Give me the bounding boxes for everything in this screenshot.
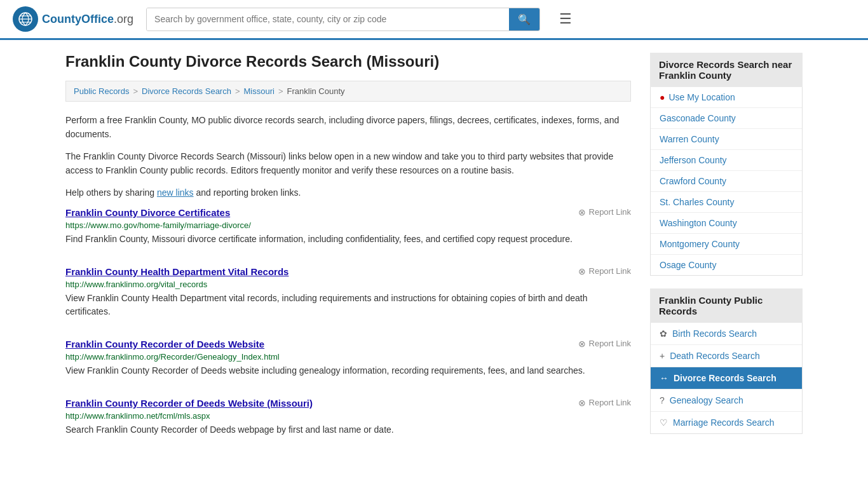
record-desc-0: Find Franklin County, Missouri divorce c… xyxy=(65,233,631,246)
sidebar-record-item: ? Genealogy Search xyxy=(651,390,802,412)
report-label-2: Report Link xyxy=(589,339,631,348)
report-link-0[interactable]: ⊗ Report Link xyxy=(578,207,631,217)
description-1: Perform a free Franklin County, MO publi… xyxy=(65,113,631,142)
sidebar-record-link-2[interactable]: Divorce Records Search xyxy=(674,373,776,383)
record-desc-2: View Franklin County Recorder of Deeds w… xyxy=(65,364,631,377)
record-list: Franklin County Divorce Certificates ⊗ R… xyxy=(65,207,631,442)
breadcrumb-missouri[interactable]: Missouri xyxy=(244,86,275,96)
list-item: St. Charles County xyxy=(651,192,802,213)
list-item: Crawford County xyxy=(651,171,802,192)
report-icon-3: ⊗ xyxy=(578,398,586,408)
gasconade-county-link[interactable]: Gasconade County xyxy=(660,113,736,123)
rec-icon-4: ♡ xyxy=(660,417,668,428)
search-button[interactable]: 🔍 xyxy=(509,8,539,30)
report-label-1: Report Link xyxy=(589,266,631,276)
record-entry-header: Franklin County Health Department Vital … xyxy=(65,266,631,277)
sidebar-nearby-title: Divorce Records Search near Franklin Cou… xyxy=(650,53,803,87)
osage-county-link[interactable]: Osage County xyxy=(660,260,717,270)
description-2: The Franklin County Divorce Records Sear… xyxy=(65,149,631,178)
washington-county-link[interactable]: Washington County xyxy=(660,218,737,228)
list-item: Jefferson County xyxy=(651,150,802,171)
report-link-1[interactable]: ⊗ Report Link xyxy=(578,266,631,276)
record-entry-header: Franklin County Divorce Certificates ⊗ R… xyxy=(65,207,631,218)
search-input[interactable] xyxy=(147,8,509,30)
record-title-0: Franklin County Divorce Certificates xyxy=(65,207,230,218)
record-url-3: http://www.franklinmo.net/fcml/mls.aspx xyxy=(65,411,631,421)
sidebar-record-item: + Death Records Search xyxy=(651,345,802,367)
record-entry-header: Franklin County Recorder of Deeds Websit… xyxy=(65,398,631,409)
logo-icon xyxy=(13,6,38,32)
sidebar-record-link-3[interactable]: Genealogy Search xyxy=(670,395,743,405)
menu-icon[interactable]: ☰ xyxy=(559,11,572,27)
logo-link[interactable]: CountyOffice.org xyxy=(13,6,133,32)
list-item: Montgomery County xyxy=(651,234,802,255)
breadcrumb-sep-2: > xyxy=(235,86,240,96)
sidebar-record-link-0[interactable]: Birth Records Search xyxy=(672,329,757,339)
rec-icon-2: ↔ xyxy=(660,373,668,383)
rec-icon-0: ✿ xyxy=(660,329,667,339)
record-title-1: Franklin County Health Department Vital … xyxy=(65,266,288,277)
sidebar-nearby-section: Divorce Records Search near Franklin Cou… xyxy=(650,53,803,276)
record-link-2[interactable]: Franklin County Recorder of Deeds Websit… xyxy=(65,339,264,349)
record-entry: Franklin County Divorce Certificates ⊗ R… xyxy=(65,207,631,251)
record-entry: Franklin County Health Department Vital … xyxy=(65,266,631,323)
record-title-2: Franklin County Recorder of Deeds Websit… xyxy=(65,339,264,349)
record-url-0: https://www.mo.gov/home-family/marriage-… xyxy=(65,220,631,230)
record-link-3[interactable]: Franklin County Recorder of Deeds Websit… xyxy=(65,398,313,409)
record-url-2: http://www.franklinmo.org/Recorder/Genea… xyxy=(65,352,631,362)
report-icon-1: ⊗ xyxy=(578,266,586,276)
breadcrumb-franklin-county: Franklin County xyxy=(287,86,345,96)
record-link-1[interactable]: Franklin County Health Department Vital … xyxy=(65,266,288,277)
list-item: Osage County xyxy=(651,255,802,275)
sidebar-record-link-4[interactable]: Marriage Records Search xyxy=(673,417,775,428)
sidebar-use-location[interactable]: ● Use My Location xyxy=(651,87,802,108)
report-link-2[interactable]: ⊗ Report Link xyxy=(578,339,631,349)
crawford-county-link[interactable]: Crawford County xyxy=(660,176,726,186)
breadcrumb-sep-1: > xyxy=(133,86,138,96)
breadcrumb: Public Records > Divorce Records Search … xyxy=(65,81,631,102)
report-label-0: Report Link xyxy=(589,207,631,217)
rec-icon-1: + xyxy=(660,351,665,361)
record-link-0[interactable]: Franklin County Divorce Certificates xyxy=(65,207,230,218)
report-link-3[interactable]: ⊗ Report Link xyxy=(578,398,631,408)
report-icon-2: ⊗ xyxy=(578,339,586,349)
record-url-1: http://www.franklinmo.org/vital_records xyxy=(65,280,631,289)
page-title: Franklin County Divorce Records Search (… xyxy=(65,53,631,71)
use-location-link[interactable]: Use My Location xyxy=(668,92,735,102)
record-entry: Franklin County Recorder of Deeds Websit… xyxy=(65,339,631,383)
record-entry-header: Franklin County Recorder of Deeds Websit… xyxy=(65,339,631,349)
record-desc-1: View Franklin County Health Department v… xyxy=(65,292,631,318)
sidebar-public-records-title: Franklin County Public Records xyxy=(650,288,803,323)
sidebar-nearby-list: ● Use My Location Gasconade County Warre… xyxy=(650,87,803,276)
sidebar-records-list: ✿ Birth Records Search + Death Records S… xyxy=(650,323,803,434)
pin-icon: ● xyxy=(660,92,665,102)
breadcrumb-divorce-records[interactable]: Divorce Records Search xyxy=(142,86,231,96)
main-container: Franklin County Divorce Records Search (… xyxy=(53,40,815,470)
list-item: Washington County xyxy=(651,213,802,234)
header: CountyOffice.org 🔍 ☰ xyxy=(0,0,868,40)
montgomery-county-link[interactable]: Montgomery County xyxy=(660,239,740,249)
warren-county-link[interactable]: Warren County xyxy=(660,134,719,144)
sidebar: Divorce Records Search near Franklin Cou… xyxy=(650,53,803,457)
list-item: Gasconade County xyxy=(651,108,802,129)
record-entry: Franklin County Recorder of Deeds Websit… xyxy=(65,398,631,442)
list-item: Warren County xyxy=(651,129,802,150)
search-bar: 🔍 xyxy=(146,8,540,31)
sidebar-record-item: ♡ Marriage Records Search xyxy=(651,412,802,433)
record-title-3: Franklin County Recorder of Deeds Websit… xyxy=(65,398,313,409)
logo-text: CountyOffice.org xyxy=(42,13,133,26)
report-label-3: Report Link xyxy=(589,398,631,407)
description-3: Help others by sharing new links and rep… xyxy=(65,186,631,200)
report-icon-0: ⊗ xyxy=(578,207,586,217)
st-charles-county-link[interactable]: St. Charles County xyxy=(660,197,735,207)
sidebar-record-item: ✿ Birth Records Search xyxy=(651,323,802,345)
breadcrumb-public-records[interactable]: Public Records xyxy=(74,86,129,96)
sidebar-public-records-section: Franklin County Public Records ✿ Birth R… xyxy=(650,288,803,434)
sidebar-record-item: ↔ Divorce Records Search xyxy=(651,367,802,390)
breadcrumb-sep-3: > xyxy=(278,86,283,96)
rec-icon-3: ? xyxy=(660,395,665,405)
new-links-link[interactable]: new links xyxy=(157,187,194,198)
jefferson-county-link[interactable]: Jefferson County xyxy=(660,155,727,165)
record-desc-3: Search Franklin County Recorder of Deeds… xyxy=(65,423,631,437)
sidebar-record-link-1[interactable]: Death Records Search xyxy=(670,351,760,361)
